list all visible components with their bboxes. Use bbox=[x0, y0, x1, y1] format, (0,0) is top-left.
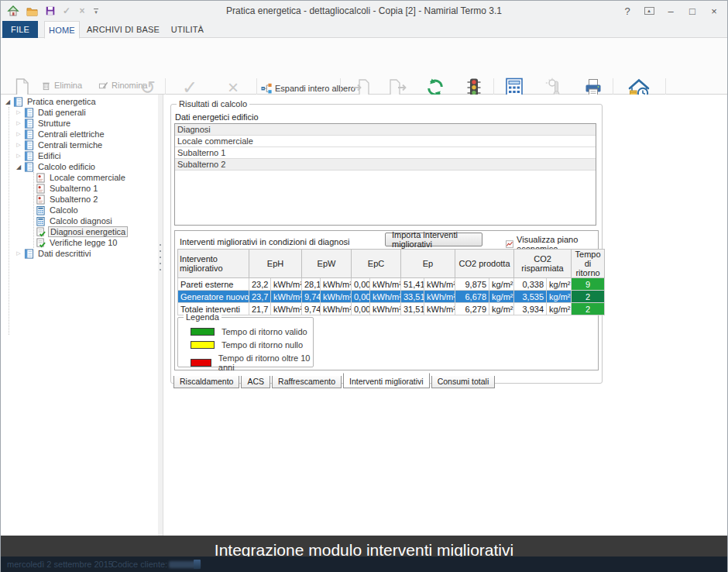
table-header-row: Intervento migliorativo EpH EpW EpC Ep C… bbox=[178, 250, 605, 278]
list-item[interactable]: Subalterno 1 bbox=[175, 147, 596, 159]
minimize-button[interactable]: – bbox=[661, 1, 681, 21]
title-bar: ✓ × ▾ Pratica energetica - dettagliocalc… bbox=[1, 1, 727, 21]
tree-item-pratica-energetica[interactable]: ◢ Pratica energetica bbox=[2, 96, 158, 107]
tree-item-edifici[interactable]: ▷ Edifici bbox=[2, 150, 158, 161]
table-row[interactable]: Totale interventi 21,7kWh/m² 9,74kWh/m² … bbox=[178, 303, 605, 315]
column-header[interactable]: Intervento migliorativo bbox=[178, 250, 249, 278]
trash-icon bbox=[41, 81, 51, 91]
workspace: ◢ Pratica energetica ▷ Dati generali ▷ S… bbox=[1, 95, 727, 536]
chart-icon bbox=[506, 239, 513, 249]
tree-item-subalterno-2[interactable]: Subalterno 2 bbox=[2, 194, 158, 205]
list-item[interactable]: Diagnosi bbox=[175, 124, 596, 136]
dati-energetici-listbox: Diagnosi Locale commerciale Subalterno 1… bbox=[174, 123, 596, 226]
collapsed-chevron-icon[interactable]: ▷ bbox=[14, 142, 23, 148]
expanded-chevron-icon[interactable]: ◢ bbox=[3, 98, 12, 105]
tab-home[interactable]: HOME bbox=[44, 21, 80, 39]
tempo-ritorno-cell: 2 bbox=[572, 291, 605, 303]
espandi-albero-button[interactable]: Espandi intero albero bbox=[261, 82, 342, 95]
tree-item-subalterno-1[interactable]: Subalterno 1 bbox=[2, 183, 158, 194]
legend-swatch-yellow bbox=[191, 341, 215, 349]
tree-item-dati-descrittivi[interactable]: ▷ Dati descrittivi bbox=[2, 248, 158, 259]
document-check-icon bbox=[36, 227, 46, 237]
notebook-icon bbox=[24, 249, 34, 259]
ribbon: Nuovo Elimina Duplica Sostituisci Rinomi… bbox=[1, 38, 727, 95]
ribbon-display-options-button[interactable]: ▴ bbox=[639, 1, 659, 21]
list-item[interactable]: Subalterno 2 bbox=[175, 159, 596, 171]
notebook-icon bbox=[24, 162, 34, 172]
collapsed-chevron-icon[interactable]: ▷ bbox=[14, 109, 23, 115]
collapsed-chevron-icon[interactable]: ▷ bbox=[14, 120, 23, 126]
notebook-icon bbox=[24, 119, 34, 129]
help-button[interactable]: ? bbox=[617, 1, 637, 21]
column-header[interactable]: EpW bbox=[302, 250, 352, 278]
tree-item-calcolo-diagnosi[interactable]: Calcolo diagnosi bbox=[2, 215, 158, 226]
interventi-label: Interventi migliorativi in condizioni di… bbox=[180, 237, 350, 246]
column-header[interactable]: Tempo di ritorno bbox=[572, 250, 605, 278]
legend-item: Tempo di ritorno oltre 10 anni bbox=[191, 353, 313, 372]
notebook-icon bbox=[24, 151, 34, 161]
notebook-icon bbox=[24, 129, 34, 140]
caption-overlay: Integrazione modulo interventi migliorat… bbox=[1, 536, 727, 572]
risultati-groupbox: Risultati di calcolo Dati energetici edi… bbox=[170, 104, 603, 384]
table-row[interactable]: Pareti esterne 23,2kWh/m² 28,1kWh/m² 0,0… bbox=[178, 278, 605, 291]
tree-item-strutture[interactable]: ▷ Strutture bbox=[2, 118, 158, 129]
tree-item-dati-generali[interactable]: ▷ Dati generali bbox=[2, 107, 158, 118]
collapsed-chevron-icon[interactable]: ▷ bbox=[14, 131, 23, 137]
navigation-tree: ◢ Pratica energetica ▷ Dati generali ▷ S… bbox=[2, 96, 158, 534]
tab-utilita[interactable]: UTILITÀ bbox=[165, 21, 210, 38]
collapsed-chevron-icon[interactable]: ▷ bbox=[14, 250, 23, 257]
document-icon bbox=[36, 173, 46, 183]
splitter[interactable] bbox=[158, 95, 163, 536]
tree-item-verifiche-legge-10[interactable]: Verifiche legge 10 bbox=[2, 237, 158, 248]
tree-item-centrali-termiche[interactable]: ▷ Centrali termiche bbox=[2, 140, 158, 150]
legend-swatch-red bbox=[191, 359, 211, 367]
table-row-selected[interactable]: Generatore nuovo 23,7kWh/m² 9,74kWh/m² 0… bbox=[178, 291, 605, 303]
column-header[interactable]: EpC bbox=[352, 250, 401, 278]
statusbar-icon bbox=[194, 560, 201, 569]
column-header[interactable]: CO2 prodotta bbox=[455, 250, 514, 278]
tab-interventi-migliorativi[interactable]: Interventi migliorativi bbox=[343, 373, 430, 388]
tab-archivi-di-base[interactable]: ARCHIVI DI BASE bbox=[86, 21, 160, 38]
tree-item-calcolo-edificio[interactable]: ◢ Calcolo edificio bbox=[2, 161, 158, 172]
tree-item-centrali-elettriche[interactable]: ▷ Centrali elettriche bbox=[2, 129, 158, 140]
groupbox-title: Risultati di calcolo bbox=[177, 99, 249, 109]
tab-acs[interactable]: ACS bbox=[241, 376, 270, 388]
legend-item: Tempo di ritorno valido bbox=[191, 327, 307, 336]
column-header[interactable]: Ep bbox=[401, 250, 455, 278]
dati-energetici-label: Dati energetici edificio bbox=[175, 112, 259, 122]
tree-item-diagnosi-energetica[interactable]: Diagnosi energetica bbox=[2, 226, 158, 237]
rename-icon bbox=[98, 81, 108, 91]
tree-item-calcolo[interactable]: Calcolo bbox=[2, 205, 158, 215]
client-code-label: Codice cliente: bbox=[112, 560, 167, 569]
close-button[interactable]: × bbox=[704, 1, 724, 21]
tab-raffrescamento[interactable]: Raffrescamento bbox=[272, 376, 342, 388]
status-bar: mercoledì 2 settembre 2015 Codice client… bbox=[1, 556, 727, 572]
tempo-ritorno-cell: 2 bbox=[572, 303, 605, 315]
legend-title: Legenda bbox=[184, 312, 221, 322]
legend-swatch-green bbox=[191, 328, 215, 336]
collapsed-chevron-icon[interactable]: ▷ bbox=[14, 153, 23, 159]
importa-interventi-button[interactable]: Importa interventi migliorativi bbox=[385, 233, 482, 246]
column-header[interactable]: EpH bbox=[249, 250, 302, 278]
notebook-icon bbox=[24, 140, 34, 150]
tab-consumi-totali[interactable]: Consumi totali bbox=[431, 376, 496, 388]
calculator-icon bbox=[36, 205, 46, 215]
tab-file[interactable]: FILE bbox=[2, 21, 38, 38]
legend-box: Legenda Tempo di ritorno valido Tempo di… bbox=[177, 317, 314, 367]
interventi-table: Intervento migliorativo EpH EpW EpC Ep C… bbox=[177, 249, 605, 315]
status-date: mercoledì 2 settembre 2015 bbox=[7, 560, 113, 569]
notebook-icon bbox=[13, 97, 23, 107]
expanded-chevron-icon[interactable]: ◢ bbox=[14, 164, 23, 171]
result-tab-strip: Riscaldamento ACS Raffrescamento Interve… bbox=[173, 374, 496, 388]
interventi-panel: Interventi migliorativi in condizioni di… bbox=[174, 230, 599, 370]
list-item[interactable]: Locale commerciale bbox=[175, 136, 596, 147]
column-header[interactable]: CO2 risparmiata bbox=[514, 250, 572, 278]
maximize-button[interactable]: □ bbox=[682, 1, 702, 21]
document-icon bbox=[36, 195, 46, 205]
elimina-button[interactable]: Elimina bbox=[41, 79, 95, 91]
document-check-icon bbox=[36, 238, 46, 248]
tab-riscaldamento[interactable]: Riscaldamento bbox=[173, 376, 239, 388]
tempo-ritorno-cell: 9 bbox=[572, 278, 605, 291]
tree-item-locale-commerciale[interactable]: Locale commerciale bbox=[2, 172, 158, 183]
notebook-icon bbox=[24, 108, 34, 118]
